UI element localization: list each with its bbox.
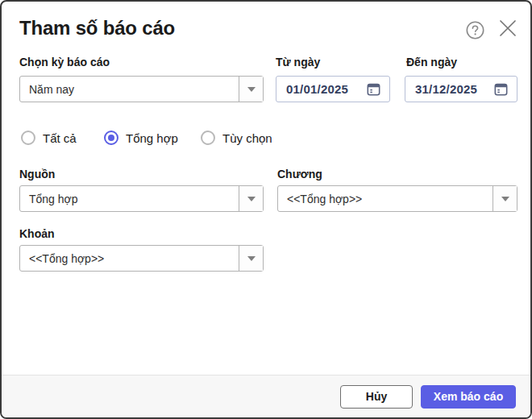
to-date-value: 31/12/2025 [415,82,477,96]
period-select[interactable]: Năm nay [19,76,264,102]
chuong-select[interactable]: <<Tổng hợp>> [277,185,517,212]
radio-option-label: Tổng hợp [126,131,178,145]
from-date-label: Từ ngày [276,56,320,68]
radio-option-2[interactable]: Tùy chọn [201,131,272,145]
nguon-label: Nguồn [19,168,55,180]
radio-option-label: Tùy chọn [222,131,272,145]
nguon-select-value: Tổng hợp [20,186,239,211]
from-date-input[interactable]: 01/01/2025 [276,76,390,102]
khoan-label: Khoản [19,227,55,240]
period-label: Chọn kỳ báo cáo [19,56,110,68]
chevron-down-icon[interactable] [239,186,263,211]
khoan-select[interactable]: <<Tổng hợp>> [19,245,264,272]
to-date-input[interactable]: 31/12/2025 [405,76,517,102]
dialog-title: Tham số báo cáo [19,17,175,39]
dialog-footer: Hủy Xem báo cáo [2,375,530,417]
chuong-select-value: <<Tổng hợp>> [278,186,493,211]
chevron-down-icon[interactable] [239,246,263,271]
khoan-select-value: <<Tổng hợp>> [20,246,239,271]
to-date-label: Đến ngày [406,56,457,68]
report-params-dialog: Tham số báo cáo Chọn kỳ báo cáo Từ ngày … [0,0,532,419]
calendar-icon[interactable] [366,81,381,97]
close-icon [498,19,517,38]
radio-icon [21,131,35,145]
from-date-value: 01/01/2025 [286,82,348,96]
chuong-label: Chương [277,168,322,180]
calendar-icon[interactable] [493,81,509,97]
chevron-down-icon[interactable] [493,186,517,211]
close-button[interactable] [498,19,517,38]
radio-icon [104,131,118,145]
help-button[interactable] [465,20,484,39]
cancel-button[interactable]: Hủy [340,385,413,409]
radio-icon [201,131,215,145]
help-icon [466,21,484,39]
nguon-select[interactable]: Tổng hợp [19,185,264,212]
radio-option-0[interactable]: Tất cả [21,131,77,145]
radio-option-1[interactable]: Tổng hợp [104,131,178,145]
chevron-down-icon[interactable] [239,77,263,102]
period-select-value: Năm nay [20,77,239,102]
submit-button[interactable]: Xem báo cáo [421,385,516,409]
radio-option-label: Tất cả [43,131,77,145]
